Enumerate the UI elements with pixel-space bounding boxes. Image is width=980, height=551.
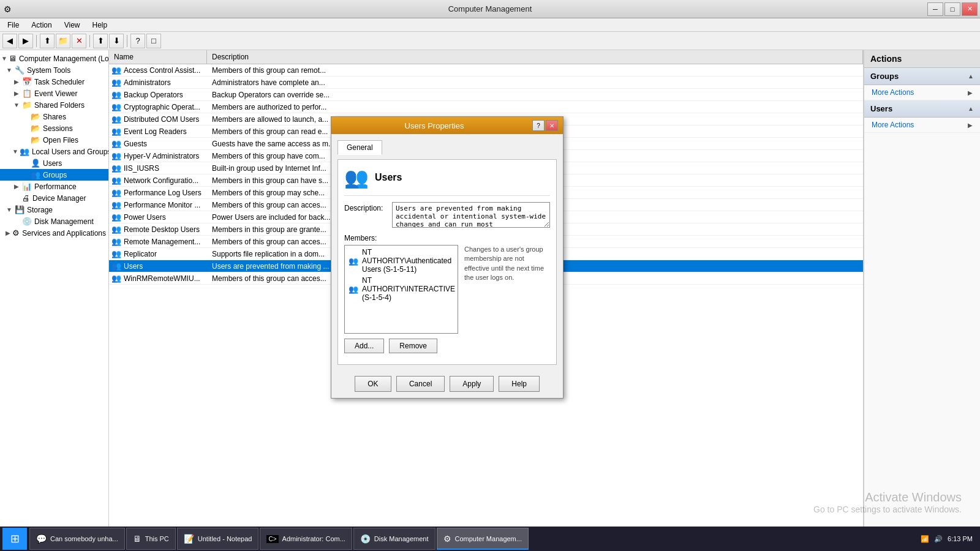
taskbar-btn-admin-cmd[interactable]: C> Administrator: Com... — [260, 528, 352, 550]
member-item[interactable]: 👥 NT AUTHORITY\INTERACTIVE (S-1-5-4) — [346, 275, 456, 303]
cmd-icon: C> — [266, 535, 278, 543]
row-name-label: Replicator — [124, 250, 157, 258]
tree-label: System Tools — [27, 66, 70, 75]
minimize-button[interactable]: ─ — [927, 2, 943, 16]
start-button[interactable]: ⊞ — [2, 528, 27, 550]
toolbar-move-down[interactable]: ⬇ — [109, 34, 124, 48]
tree-shares[interactable]: 📂 Shares — [0, 111, 108, 122]
column-description[interactable]: Description — [207, 50, 863, 64]
column-name[interactable]: Name — [109, 50, 207, 64]
tree-pane: ▼ 🖥 Computer Management (Local ▼ 🔧 Syste… — [0, 50, 109, 534]
tree-open-files[interactable]: 📂 Open Files — [0, 134, 108, 146]
list-item[interactable]: 👥Administrators Administrators have comp… — [109, 77, 863, 89]
tree-performance[interactable]: ▶ 📊 Performance — [0, 181, 108, 192]
tree-users[interactable]: 👤 Users — [0, 157, 108, 169]
menu-file[interactable]: File — [2, 20, 24, 31]
chevron-up-icon: ▲ — [968, 105, 974, 112]
menu-action[interactable]: Action — [26, 20, 56, 31]
list-item[interactable]: 👥Backup Operators Backup Operators can o… — [109, 89, 863, 101]
tree-sessions[interactable]: 📂 Sessions — [0, 122, 108, 134]
toolbar-help[interactable]: ? — [130, 34, 145, 48]
row-desc-label: Members of this group can remot... — [207, 66, 863, 75]
member-label: NT AUTHORITY\Authenticated Users (S-1-5-… — [362, 248, 454, 274]
chevron-right-icon: ▶ — [968, 89, 973, 96]
tree-label: Services and Applications — [22, 229, 106, 238]
actions-users-header[interactable]: Users ▲ — [864, 100, 980, 118]
help-footer-button[interactable]: Help — [499, 376, 540, 392]
tree-local-users-groups[interactable]: ▼ 👥 Local Users and Groups — [0, 146, 108, 157]
tab-general[interactable]: General — [337, 140, 382, 155]
network-icon[interactable]: 📶 — [921, 535, 929, 543]
menu-help[interactable]: Help — [88, 20, 113, 31]
remove-button[interactable]: Remove — [389, 339, 437, 353]
close-button[interactable]: ✕ — [962, 2, 978, 16]
tree-shared-folders[interactable]: ▼ 📁 Shared Folders — [0, 99, 108, 111]
sessions-icon: 📂 — [31, 124, 40, 133]
modal-title-bar: Users Properties ? ✕ — [331, 117, 563, 134]
tree-device-manager[interactable]: 🖨 Device Manager — [0, 192, 108, 204]
tree-expander — [21, 124, 29, 133]
taskbar-btn-thispc[interactable]: 🖥 This PC — [126, 528, 176, 550]
taskbar-label: Disk Management — [374, 535, 429, 542]
menu-view[interactable]: View — [59, 20, 85, 31]
toolbar-forward[interactable]: ▶ — [18, 34, 33, 48]
actions-users-more[interactable]: More Actions ▶ — [864, 118, 980, 133]
apply-button[interactable]: Apply — [450, 376, 494, 392]
toolbar-back[interactable]: ◀ — [2, 34, 17, 48]
tree-label: Computer Management (Local — [19, 54, 109, 63]
tree-system-tools[interactable]: ▼ 🔧 System Tools — [0, 64, 108, 76]
maximize-button[interactable]: □ — [944, 2, 960, 16]
list-header: Name Description — [109, 50, 863, 64]
toolbar-move-up[interactable]: ⬆ — [93, 34, 108, 48]
toolbar-up[interactable]: ⬆ — [40, 34, 55, 48]
tree-label: Event Viewer — [34, 89, 77, 98]
tree-label: Storage — [27, 206, 53, 214]
ok-button[interactable]: OK — [355, 376, 391, 392]
taskbar-btn-notepad[interactable]: 📝 Untitled - Notepad — [177, 528, 259, 550]
members-list[interactable]: 👥 NT AUTHORITY\Authenticated Users (S-1-… — [344, 245, 458, 334]
group-icon: 👥 — [111, 139, 121, 148]
member-item[interactable]: 👥 NT AUTHORITY\Authenticated Users (S-1-… — [346, 247, 456, 275]
row-name-label: Guests — [124, 140, 147, 148]
users-properties-dialog: Users Properties ? ✕ General 👥 Users — [331, 116, 564, 399]
taskbar-btn-chat[interactable]: 💬 Can somebody unha... — [29, 528, 125, 550]
group-icon: 👥 — [111, 66, 121, 75]
local-users-groups-icon: 👥 — [20, 147, 29, 156]
toolbar-folder[interactable]: 📁 — [56, 34, 70, 48]
tree-expander: ▼ — [1, 54, 7, 63]
add-button[interactable]: Add... — [344, 339, 384, 353]
performance-icon: 📊 — [22, 182, 32, 191]
tree-task-scheduler[interactable]: ▶ 📅 Task Scheduler — [0, 76, 108, 88]
tree-expander: ▼ — [5, 66, 13, 75]
group-info-row: 👥 Users — [344, 166, 550, 196]
toolbar-sep2 — [89, 35, 90, 47]
tree-label: Performance — [34, 182, 77, 191]
description-label: Description: — [344, 202, 387, 212]
cancel-button[interactable]: Cancel — [396, 376, 445, 392]
tree-groups[interactable]: 👥 Groups — [0, 169, 108, 181]
shares-icon: 📂 — [31, 112, 40, 121]
taskbar-btn-computer-mgmt[interactable]: ⚙ Computer Managem... — [437, 528, 529, 550]
group-icon: 👥 — [111, 261, 121, 271]
taskbar-btn-disk-mgmt[interactable]: 💿 Disk Management — [353, 528, 435, 550]
list-item[interactable]: 👥Cryptographic Operat... Members are aut… — [109, 101, 863, 113]
toolbar-delete[interactable]: ✕ — [72, 34, 86, 48]
tree-disk-management[interactable]: 💿 Disk Management — [0, 216, 108, 227]
tree-computer-management[interactable]: ▼ 🖥 Computer Management (Local — [0, 53, 108, 64]
tree-storage[interactable]: ▼ 💾 Storage — [0, 204, 108, 216]
tree-services-applications[interactable]: ▶ ⚙ Services and Applications — [0, 227, 108, 239]
volume-icon[interactable]: 🔊 — [934, 535, 943, 543]
toolbar-properties[interactable]: □ — [146, 34, 161, 48]
actions-more-label: More Actions — [872, 121, 914, 129]
modal-help-button[interactable]: ? — [532, 120, 545, 131]
list-item[interactable]: 👥Access Control Assist... Members of thi… — [109, 64, 863, 77]
actions-groups-more[interactable]: More Actions ▶ — [864, 85, 980, 100]
description-input[interactable]: Users are prevented from making accident… — [392, 202, 550, 228]
modal-close-button[interactable]: ✕ — [546, 120, 558, 131]
device-manager-icon: 🖨 — [22, 193, 30, 203]
modal-footer: OK Cancel Apply Help — [331, 371, 563, 398]
row-name-label: Remote Management... — [124, 238, 200, 246]
tree-event-viewer[interactable]: ▶ 📋 Event Viewer — [0, 88, 108, 99]
actions-groups-header[interactable]: Groups ▲ — [864, 68, 980, 85]
computer-management-icon: 🖥 — [9, 54, 17, 63]
